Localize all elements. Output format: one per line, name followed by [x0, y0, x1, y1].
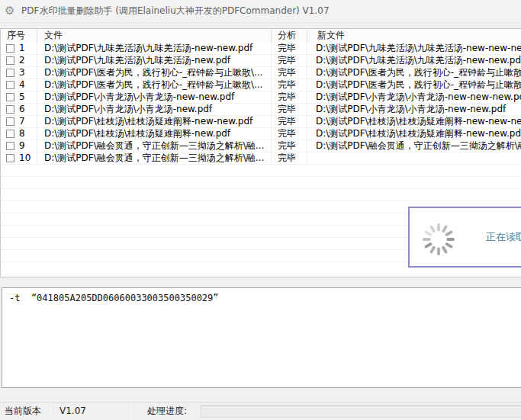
file-path-cell[interactable]: D:\测试PDF\九味羌活汤\九味羌活汤-new.pdf [37, 55, 272, 66]
file-path-cell[interactable]: D:\测试PDF\融会贯通，守正创新—三拗汤之解析\融... [37, 152, 272, 164]
row-number: 9 [19, 140, 25, 152]
new-file-cell[interactable]: D:\测试PDF\小青龙汤\小青龙汤-new-new.pdf [307, 104, 521, 115]
row-checkbox[interactable] [6, 154, 14, 162]
row-number: 3 [19, 67, 25, 79]
table-row[interactable]: 10 D:\测试PDF\融会贯通，守正创新—三拗汤之解析\融... 完毕 [1, 152, 521, 165]
status-cell: 完毕 [272, 116, 307, 127]
table-row[interactable]: 8 D:\测试PDF\桂枝汤\桂枝汤疑难阐释-new.pdf 完毕 D:\测试P… [1, 128, 521, 140]
row-checkbox[interactable] [6, 81, 14, 89]
loading-message: 正在读取 [486, 208, 521, 266]
table-row[interactable]: 1 D:\测试PDF\九味羌活汤\九味羌活汤-new-new.pdf 完毕 D:… [1, 43, 521, 55]
file-path-cell[interactable]: D:\测试PDF\融会贯通，守正创新—三拗汤之解析\融... [37, 140, 272, 152]
column-header-file[interactable]: 文件 [37, 29, 272, 43]
row-checkbox[interactable] [6, 117, 14, 126]
new-file-cell[interactable]: D:\测试PDF\小青龙汤\小青龙汤-new-new-new.pdf [307, 91, 521, 103]
new-file-cell[interactable]: D:\测试PDF\九味羌活汤\九味羌活汤-new-new.pdf [307, 55, 521, 66]
index-cell: 7 [1, 116, 37, 127]
table-row[interactable]: 9 D:\测试PDF\融会贯通，守正创新—三拗汤之解析\融... 完毕 D:\测… [1, 140, 521, 152]
table-row[interactable]: 6 D:\测试PDF\小青龙汤\小青龙汤-new.pdf 完毕 D:\测试PDF… [1, 104, 521, 116]
new-file-cell[interactable] [307, 152, 521, 164]
status-cell: 完毕 [272, 79, 307, 91]
index-cell: 5 [1, 91, 37, 103]
row-checkbox[interactable] [6, 105, 14, 114]
index-cell: 4 [1, 79, 37, 91]
file-path-cell[interactable]: D:\测试PDF\小青龙汤\小青龙汤-new-new.pdf [37, 91, 272, 103]
row-checkbox[interactable] [6, 44, 14, 53]
new-file-cell[interactable]: D:\测试PDF\医者为民，践行初心-_程钟龄与止嗽散\... [307, 79, 521, 91]
gear-icon: ⚙ [5, 5, 16, 17]
file-path-cell[interactable]: D:\测试PDF\小青龙汤\小青龙汤-new.pdf [37, 104, 272, 115]
status-cell: 完毕 [272, 128, 307, 139]
index-cell: 3 [1, 67, 37, 79]
file-path-cell[interactable]: D:\测试PDF\桂枝汤\桂枝汤疑难阐释-new.pdf [37, 128, 272, 139]
row-number: 2 [19, 55, 25, 66]
new-file-cell[interactable]: D:\测试PDF\九味羌活汤\九味羌活汤-new-new-new.pdf [307, 43, 521, 54]
file-path-cell[interactable]: D:\测试PDF\九味羌活汤\九味羌活汤-new-new.pdf [37, 43, 272, 54]
index-cell: 1 [1, 43, 37, 54]
version-value: V1.07 [59, 402, 86, 420]
file-path-cell[interactable]: D:\测试PDF\桂枝汤\桂枝汤疑难阐释-new-new.pdf [37, 116, 272, 127]
row-number: 6 [19, 104, 25, 115]
column-header-index[interactable]: 序号 [1, 29, 37, 43]
table-row[interactable]: 2 D:\测试PDF\九味羌活汤\九味羌活汤-new.pdf 完毕 D:\测试P… [1, 55, 521, 67]
file-path-cell[interactable]: D:\测试PDF\医者为民，践行初心-_程钟龄与止嗽散\... [37, 79, 272, 91]
table-row[interactable]: 4 D:\测试PDF\医者为民，践行初心-_程钟龄与止嗽散\... 完毕 D:\… [1, 79, 521, 91]
row-number: 4 [19, 79, 25, 91]
index-cell: 10 [1, 152, 37, 164]
table-row[interactable]: 7 D:\测试PDF\桂枝汤\桂枝汤疑难阐释-new-new.pdf 完毕 D:… [1, 116, 521, 128]
table-row[interactable]: 3 D:\测试PDF\医者为民，践行初心-_程钟龄与止嗽散\... 完毕 D:\… [1, 67, 521, 79]
spinner-icon [421, 222, 456, 257]
row-number: 10 [19, 152, 31, 164]
new-file-cell[interactable]: D:\测试PDF\桂枝汤\桂枝汤疑难阐释-new-new-new.pdf [307, 116, 521, 127]
new-file-cell[interactable]: D:\测试PDF\桂枝汤\桂枝汤疑难阐释-new-new.pdf [307, 128, 521, 139]
file-path-cell[interactable]: D:\测试PDF\医者为民，践行初心-_程钟龄与止嗽散\... [37, 67, 272, 79]
row-checkbox[interactable] [6, 93, 14, 101]
status-cell: 完毕 [272, 140, 307, 152]
new-file-cell[interactable]: D:\测试PDF\医者为民，践行初心-_程钟龄与止嗽散\... [307, 67, 521, 79]
new-file-cell[interactable]: D:\测试PDF\融会贯通，守正创新—三拗汤之解析\融... [307, 140, 521, 152]
status-cell: 完毕 [272, 67, 307, 79]
column-header-newfile[interactable]: 新文件 [307, 29, 521, 43]
row-checkbox[interactable] [6, 69, 14, 77]
progress-bar [201, 405, 521, 418]
index-cell: 9 [1, 140, 37, 152]
progress-label: 处理进度: [147, 402, 187, 420]
row-number: 7 [19, 116, 25, 127]
command-textbox[interactable]: -t “041805A205DD06060033003500350029” [2, 287, 521, 388]
status-cell: 完毕 [272, 152, 307, 164]
window-title: PDF水印批量删除助手 (调用Elaineliu大神开发的PDFCommande… [21, 5, 330, 18]
index-cell: 2 [1, 55, 37, 66]
statusbar-divider [131, 405, 132, 418]
status-cell: 完毕 [272, 104, 307, 115]
version-label: 当前版本 [5, 402, 41, 420]
row-checkbox[interactable] [6, 56, 14, 65]
table-row[interactable]: 5 D:\测试PDF\小青龙汤\小青龙汤-new-new.pdf 完毕 D:\测… [1, 91, 521, 104]
index-cell: 6 [1, 104, 37, 115]
column-header-analysis[interactable]: 分析 [272, 29, 307, 43]
loading-dialog: 正在读取 [408, 207, 521, 268]
row-number: 1 [19, 43, 25, 54]
status-cell: 完毕 [272, 55, 307, 66]
row-number: 8 [19, 128, 25, 139]
row-checkbox[interactable] [6, 130, 14, 138]
status-bar: 当前版本 V1.07 处理进度: [0, 402, 521, 420]
title-bar: ⚙ PDF水印批量删除助手 (调用Elaineliu大神开发的PDFComman… [0, 0, 521, 23]
status-cell: 完毕 [272, 43, 307, 54]
row-checkbox[interactable] [6, 142, 14, 150]
statusbar-divider [50, 405, 51, 418]
table-body: 1 D:\测试PDF\九味羌活汤\九味羌活汤-new-new.pdf 完毕 D:… [1, 43, 521, 165]
status-cell: 完毕 [272, 91, 307, 103]
row-number: 5 [19, 91, 25, 103]
table-header: 序号 文件 分析 新文件 [1, 29, 521, 43]
index-cell: 8 [1, 128, 37, 139]
